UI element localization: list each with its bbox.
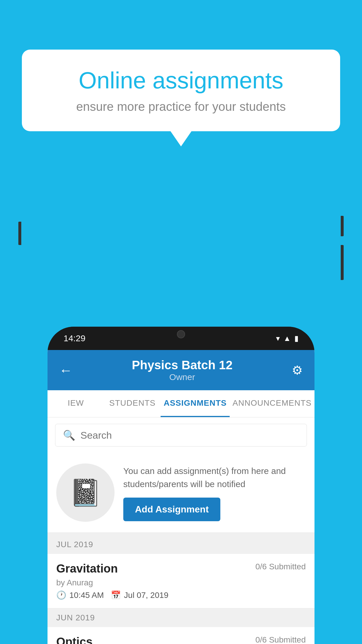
search-bar: 🔍 bbox=[55, 424, 307, 447]
speech-bubble-subtitle: ensure more practice for your students bbox=[42, 100, 320, 114]
phone-side-right-bottom bbox=[341, 245, 344, 280]
assignment-item-gravitation[interactable]: Gravitation 0/6 Submitted by Anurag 🕐 10… bbox=[48, 554, 314, 608]
battery-icon: ▮ bbox=[294, 334, 298, 343]
promo-icon-circle: 📓 bbox=[56, 463, 115, 522]
tab-assignments[interactable]: ASSIGNMENTS bbox=[161, 390, 229, 417]
tab-students[interactable]: STUDENTS bbox=[104, 390, 161, 417]
tab-announcements[interactable]: ANNOUNCEMENTS bbox=[230, 390, 314, 417]
settings-icon[interactable]: ⚙ bbox=[292, 363, 303, 377]
assignment-item-optics[interactable]: Optics 0/6 Submitted by Anurag bbox=[48, 627, 314, 644]
calendar-icon: 📅 bbox=[111, 590, 121, 600]
promo-content: You can add assignment(s) from here and … bbox=[123, 464, 306, 521]
assignment-author: by Anurag bbox=[56, 578, 306, 587]
back-button[interactable]: ← bbox=[59, 362, 73, 378]
phone-screen: ← Physics Batch 12 Owner ⚙ IEW STUDENTS … bbox=[48, 350, 314, 644]
speech-bubble-container: Online assignments ensure more practice … bbox=[22, 50, 340, 131]
clock-icon: 🕐 bbox=[56, 590, 66, 600]
tab-iew[interactable]: IEW bbox=[48, 390, 104, 417]
signal-icon: ▲ bbox=[283, 334, 291, 343]
assignment-time: 🕐 10:45 AM bbox=[56, 590, 104, 600]
page-title: Physics Batch 12 bbox=[132, 358, 233, 372]
assignment-top-row: Gravitation 0/6 Submitted bbox=[56, 562, 306, 575]
wifi-icon: ▾ bbox=[276, 334, 280, 343]
assignment-submitted: 0/6 Submitted bbox=[255, 562, 306, 571]
section-header-jul: JUL 2019 bbox=[48, 535, 314, 554]
promo-text: You can add assignment(s) from here and … bbox=[123, 464, 306, 491]
phone-side-left bbox=[18, 222, 21, 245]
app-header: ← Physics Batch 12 Owner ⚙ bbox=[48, 350, 314, 390]
tabs-container: IEW STUDENTS ASSIGNMENTS ANNOUNCEMENTS bbox=[48, 390, 314, 417]
search-icon: 🔍 bbox=[63, 429, 75, 441]
status-time: 14:29 bbox=[64, 333, 85, 343]
assignment-meta: 🕐 10:45 AM 📅 Jul 07, 2019 bbox=[56, 590, 306, 600]
assignment-date: 📅 Jul 07, 2019 bbox=[111, 590, 168, 600]
speech-bubble: Online assignments ensure more practice … bbox=[22, 50, 340, 131]
assignment-submitted-optics: 0/6 Submitted bbox=[255, 635, 306, 644]
status-icons: ▾ ▲ ▮ bbox=[276, 334, 298, 343]
page-subtitle: Owner bbox=[132, 372, 233, 382]
add-assignment-button[interactable]: Add Assignment bbox=[123, 498, 220, 521]
header-title-group: Physics Batch 12 Owner bbox=[132, 358, 233, 382]
speech-bubble-title: Online assignments bbox=[42, 67, 320, 94]
search-bar-container: 🔍 bbox=[48, 417, 314, 453]
assignment-title: Gravitation bbox=[56, 562, 118, 575]
notebook-icon: 📓 bbox=[69, 477, 102, 508]
section-header-jun: JUN 2019 bbox=[48, 608, 314, 627]
assignment-top-row-optics: Optics 0/6 Submitted bbox=[56, 635, 306, 644]
add-assignment-promo: 📓 You can add assignment(s) from here an… bbox=[48, 453, 314, 535]
phone-side-right-top bbox=[341, 216, 344, 236]
status-bar: 14:29 ▾ ▲ ▮ bbox=[64, 333, 298, 343]
status-bar-area: 14:29 ▾ ▲ ▮ bbox=[48, 327, 314, 350]
assignment-title-optics: Optics bbox=[56, 635, 92, 644]
assignment-date-value: Jul 07, 2019 bbox=[124, 591, 168, 600]
assignment-time-value: 10:45 AM bbox=[69, 591, 104, 600]
phone-frame: 14:29 ▾ ▲ ▮ ← Physics Batch 12 Owner ⚙ bbox=[48, 327, 314, 644]
phone-wrapper: 14:29 ▾ ▲ ▮ ← Physics Batch 12 Owner ⚙ bbox=[22, 163, 340, 644]
search-input[interactable] bbox=[80, 430, 299, 441]
